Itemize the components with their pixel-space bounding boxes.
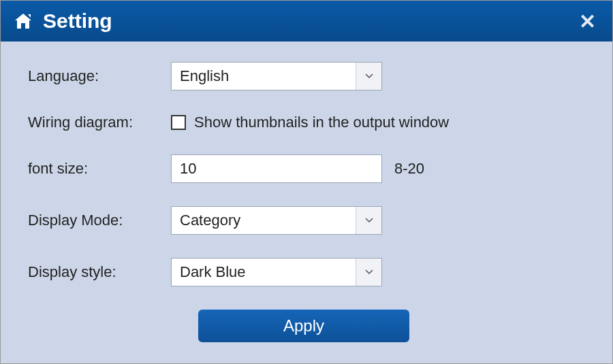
row-display-style: Display style: Dark Blue bbox=[28, 258, 599, 286]
display-mode-value: Category bbox=[172, 212, 356, 229]
chevron-down-icon bbox=[356, 207, 381, 234]
dialog-title: Setting bbox=[43, 10, 575, 33]
apply-button[interactable]: Apply bbox=[198, 310, 409, 342]
language-value: English bbox=[172, 67, 356, 85]
display-mode-label: Display Mode: bbox=[28, 212, 171, 229]
display-style-label: Display style: bbox=[28, 263, 171, 281]
row-font-size: font size: 8-20 bbox=[28, 154, 599, 183]
row-language: Language: English bbox=[28, 62, 599, 90]
titlebar: Setting ✕ bbox=[1, 1, 612, 42]
font-size-label: font size: bbox=[28, 160, 171, 178]
thumbnails-checkbox-label: Show thumbnails in the output window bbox=[194, 114, 449, 131]
display-mode-select[interactable]: Category bbox=[171, 206, 382, 235]
row-display-mode: Display Mode: Category bbox=[28, 206, 599, 235]
chevron-down-icon bbox=[356, 63, 381, 90]
language-label: Language: bbox=[28, 67, 171, 85]
close-icon[interactable]: ✕ bbox=[575, 10, 600, 33]
display-style-value: Dark Blue bbox=[172, 263, 356, 281]
dialog-content: Language: English Wiring diagram: Show t… bbox=[1, 42, 612, 363]
font-size-hint: 8-20 bbox=[394, 160, 424, 178]
thumbnails-checkbox[interactable] bbox=[171, 115, 186, 130]
row-wiring-diagram: Wiring diagram: Show thumbnails in the o… bbox=[28, 114, 599, 131]
font-size-input[interactable] bbox=[171, 154, 382, 183]
display-style-select[interactable]: Dark Blue bbox=[171, 258, 382, 286]
language-select[interactable]: English bbox=[171, 62, 382, 90]
settings-dialog: Setting ✕ Language: English Wiring diagr… bbox=[0, 0, 613, 364]
home-icon bbox=[13, 12, 33, 30]
chevron-down-icon bbox=[356, 259, 381, 286]
thumbnails-checkbox-wrap: Show thumbnails in the output window bbox=[171, 114, 449, 131]
wiring-diagram-label: Wiring diagram: bbox=[28, 114, 171, 131]
